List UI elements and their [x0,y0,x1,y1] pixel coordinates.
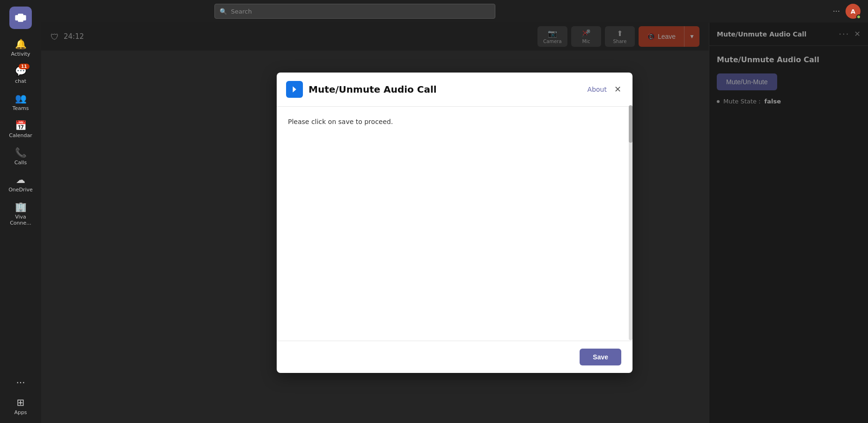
modal-save-button[interactable]: Save [580,349,621,365]
calendar-icon: 📅 [15,120,27,131]
sidebar-item-teams-label: Teams [13,105,29,111]
avatar-status-dot [856,15,861,19]
search-box[interactable]: 🔍 Search [214,4,495,19]
search-icon: 🔍 [220,8,227,15]
teams-icon: 👥 [15,93,27,104]
avatar-initials: A [851,8,855,15]
sidebar-item-teams[interactable]: 👥 Teams [2,89,39,115]
chat-badge: 11 [19,64,29,69]
modal-scrollbar-thumb [629,105,633,143]
settings-icon: ··· [833,7,840,16]
sidebar-item-calendar[interactable]: 📅 Calendar [2,116,39,142]
apps-icon: ⊞ [17,397,25,408]
activity-icon: 🔔 [15,38,27,50]
search-placeholder: Search [231,8,252,15]
calls-icon: 📞 [15,147,27,158]
sidebar-item-calendar-label: Calendar [9,132,32,139]
sidebar-item-onedrive-label: OneDrive [8,187,33,193]
sidebar-item-more[interactable]: ··· [2,373,39,392]
sidebar-item-chat-label: chat [15,78,26,84]
sidebar-item-viva-label: Viva Conne... [4,214,37,226]
top-bar-right: ··· A [833,4,861,19]
sidebar-item-apps[interactable]: ⊞ Apps [2,393,39,419]
modal-footer: Save [277,341,633,373]
sidebar-item-activity-label: Activity [11,51,30,57]
sidebar-bottom: ··· ⊞ Apps [0,373,41,423]
modal-overlay: Mute/Unmute Audio Call About ✕ Please cl… [41,22,868,423]
sidebar-item-calls-label: Calls [15,160,27,166]
sidebar-item-viva[interactable]: 🏢 Viva Conne... [2,197,39,230]
modal-body: Please click on save to proceed. [277,107,633,341]
sidebar: 🔔 Activity 💬 11 chat 👥 Teams 📅 Calendar [0,0,41,423]
main-content: 🔍 Search ··· A 🛡 24:12 [41,0,868,423]
save-label: Save [593,353,608,361]
sidebar-top: 🔔 Activity 💬 11 chat 👥 Teams 📅 Calendar [0,4,41,230]
content-row: 🛡 24:12 📷 Camera 🎤✕ [41,22,868,423]
sidebar-item-apps-label: Apps [14,409,27,416]
chat-icon: 💬 11 [15,66,27,77]
modal-header: Mute/Unmute Audio Call About ✕ [277,73,633,107]
modal-close-button[interactable]: ✕ [612,83,623,95]
more-icon: ··· [16,377,25,388]
app-shell: 🔔 Activity 💬 11 chat 👥 Teams 📅 Calendar [0,0,868,423]
modal-body-text: Please click on save to proceed. [288,118,393,125]
sidebar-item-chat[interactable]: 💬 11 chat [2,62,39,88]
avatar[interactable]: A [846,4,861,19]
teams-logo [9,7,32,29]
modal-about-link[interactable]: About [588,86,607,93]
modal-dialog: Mute/Unmute Audio Call About ✕ Please cl… [277,73,633,373]
sidebar-item-calls[interactable]: 📞 Calls [2,143,39,169]
modal-title: Mute/Unmute Audio Call [309,84,582,95]
top-bar: 🔍 Search ··· A [41,0,868,22]
modal-scrollbar[interactable] [629,105,633,340]
onedrive-icon: ☁ [16,174,25,185]
sidebar-item-onedrive[interactable]: ☁ OneDrive [2,170,39,197]
modal-logo [286,81,303,98]
sidebar-item-activity[interactable]: 🔔 Activity [2,35,39,61]
viva-icon: 🏢 [15,201,27,212]
